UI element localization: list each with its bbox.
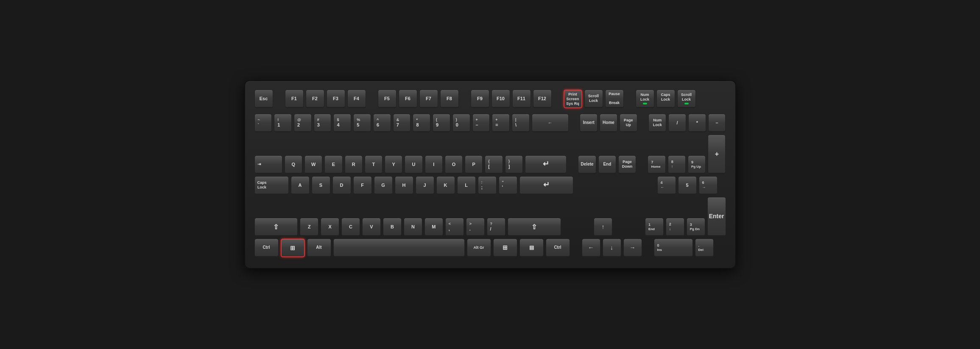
key-k[interactable]: K [436,176,455,195]
key-right-shift[interactable]: ⇧ [508,218,561,236]
key-page-down[interactable]: PageDown [618,155,636,174]
key-f[interactable]: F [353,176,372,195]
key-caps-lock[interactable]: CapsLock [254,176,289,195]
key-delete[interactable]: Delete [578,155,596,174]
key-e[interactable]: E [324,155,342,174]
key-pause[interactable]: PauseBreak [605,90,624,108]
key-h[interactable]: H [395,176,413,195]
key-f4[interactable]: F4 [347,90,366,108]
key-numpad-plus[interactable]: + [708,135,726,174]
key-left-alt[interactable]: Alt [307,239,331,257]
key-left-shift[interactable]: ⇧ [254,218,298,236]
key-numpad-5[interactable]: 5 [678,176,697,195]
key-c[interactable]: C [341,218,360,236]
key-numpad-minus[interactable]: – [708,114,726,132]
key-minus[interactable]: + – [472,114,490,132]
key-end[interactable]: End [598,155,616,174]
key-esc[interactable]: Esc [254,90,273,108]
key-m[interactable]: M [424,218,443,236]
key-f7[interactable]: F7 [419,90,438,108]
key-enter-wide[interactable]: ↵ [525,155,567,174]
key-arrow-left[interactable]: ← [582,239,600,257]
key-numpad-1[interactable]: 1 End [645,218,664,236]
key-7[interactable]: & 7 [393,114,411,132]
key-print-screen[interactable]: PrintScreenSys Rq [564,90,582,108]
key-f1[interactable]: F1 [285,90,304,108]
key-x[interactable]: X [321,218,339,236]
key-s[interactable]: S [312,176,330,195]
key-numpad-3[interactable]: 3 Pg Dn [687,218,705,236]
key-g[interactable]: G [374,176,393,195]
key-f6[interactable]: F6 [399,90,417,108]
key-p[interactable]: P [465,155,483,174]
key-q[interactable]: Q [285,155,302,174]
key-backslash-iso[interactable]: | \ [512,114,530,132]
key-o[interactable]: O [445,155,463,174]
key-t[interactable]: T [365,155,383,174]
key-f12[interactable]: F12 [533,90,552,108]
key-arrow-up[interactable]: ↑ [594,218,612,236]
key-f8[interactable]: F8 [440,90,459,108]
key-2[interactable]: @ 2 [294,114,312,132]
key-u[interactable]: U [405,155,422,174]
key-right-bracket[interactable]: } ] [505,155,523,174]
key-numpad-8[interactable]: 8 ↑ [668,155,686,174]
key-left-win[interactable]: ⊞ [281,239,305,257]
key-comma[interactable]: < , [445,218,464,236]
key-insert[interactable]: Insert [580,114,597,132]
key-f2[interactable]: F2 [306,90,324,108]
key-f10[interactable]: F10 [491,90,510,108]
key-f3[interactable]: F3 [327,90,345,108]
key-period[interactable]: > . [466,218,485,236]
key-numpad-7[interactable]: 7 Home [648,155,665,174]
key-a[interactable]: A [291,176,310,195]
key-i[interactable]: I [425,155,443,174]
key-w[interactable]: W [304,155,322,174]
key-numpad-asterisk[interactable]: * [688,114,706,132]
key-l[interactable]: L [457,176,476,195]
key-v[interactable]: V [362,218,381,236]
key-tab[interactable]: ⇥ [254,155,282,174]
key-space[interactable] [333,239,465,257]
key-left-ctrl[interactable]: Ctrl [254,239,279,257]
key-numpad-4[interactable]: 4 ← [657,176,676,195]
key-scroll-lock[interactable]: ScrollLock [584,90,603,108]
key-3[interactable]: # 3 [314,114,332,132]
key-5[interactable]: % 5 [353,114,371,132]
key-8[interactable]: * 8 [413,114,430,132]
key-right-win[interactable]: ⊞ [493,239,517,257]
key-numpad-6[interactable]: 6 → [699,176,718,195]
key-f5[interactable]: F5 [378,90,396,108]
key-j[interactable]: J [416,176,434,195]
key-equals[interactable]: + = [492,114,510,132]
key-1[interactable]: ! 1 [274,114,292,132]
key-home[interactable]: Home [600,114,617,132]
key-backtick[interactable]: ~ ` [254,114,272,132]
key-menu[interactable]: ▤ [519,239,544,257]
key-y[interactable]: Y [385,155,402,174]
key-numpad-enter[interactable]: Enter [707,197,726,236]
key-numpad-slash[interactable]: / [668,114,686,132]
key-numpad-9[interactable]: 9 Pg Up [688,155,706,174]
key-r[interactable]: R [345,155,363,174]
key-numpad-0[interactable]: 0 Ins [654,239,693,257]
key-arrow-down[interactable]: ↓ [603,239,621,257]
key-enter[interactable]: ↵ [519,176,573,195]
key-z[interactable]: Z [300,218,318,236]
key-slash[interactable]: ? / [487,218,505,236]
key-n[interactable]: N [404,218,422,236]
key-f11[interactable]: F11 [512,90,531,108]
key-6[interactable]: ^ 6 [373,114,391,132]
key-0[interactable]: ) 0 [452,114,470,132]
key-b[interactable]: B [383,218,402,236]
key-right-ctrl[interactable]: Ctrl [546,239,570,257]
key-num-lock[interactable]: NumLock [648,114,666,132]
key-alt-gr[interactable]: Alt Gr [467,239,491,257]
key-d[interactable]: D [332,176,351,195]
key-f9[interactable]: F9 [471,90,489,108]
key-9[interactable]: ( 9 [433,114,450,132]
key-semicolon[interactable]: : ; [478,176,497,195]
key-arrow-right[interactable]: → [623,239,642,257]
key-4[interactable]: $ 4 [333,114,351,132]
key-numpad-2[interactable]: 2 ↓ [666,218,684,236]
